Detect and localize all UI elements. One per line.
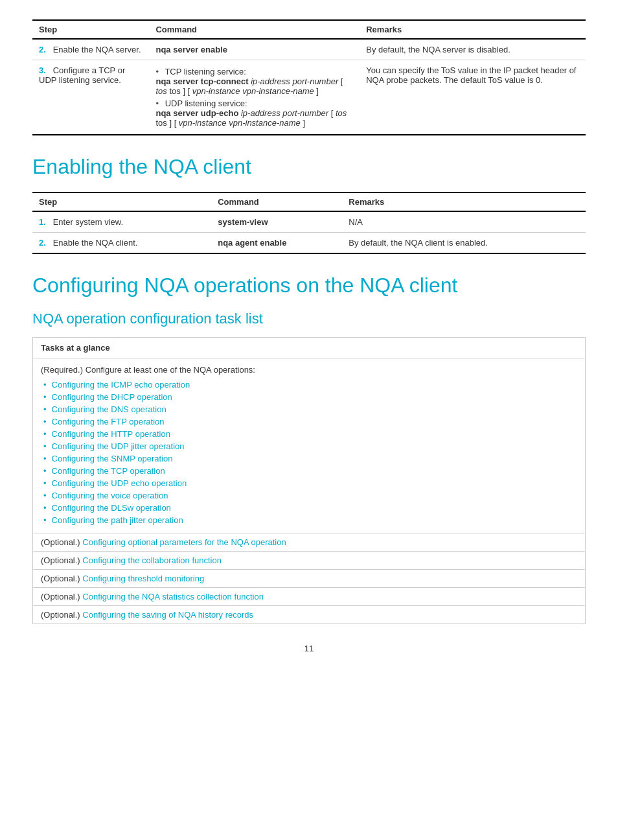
tcp-label: TCP listening service: xyxy=(165,67,246,76)
list-item: Configuring the DHCP operation xyxy=(41,391,577,403)
required-link[interactable]: Configuring the SNMP operation xyxy=(52,454,173,463)
optional-row: (Optional.) Configuring optional paramet… xyxy=(33,533,585,552)
required-link[interactable]: Configuring the ICMP echo operation xyxy=(52,380,190,390)
udp-vpnname: vpn-instance-name xyxy=(229,118,301,128)
optional-row: (Optional.) Configuring the saving of NQ… xyxy=(33,606,585,624)
command-text: nqa server enable xyxy=(155,45,227,54)
optional-link[interactable]: Configuring the NQA statistics collectio… xyxy=(82,592,264,601)
required-link[interactable]: Configuring the UDP jitter operation xyxy=(52,441,185,451)
list-item: Configuring the path jitter operation xyxy=(41,514,577,526)
step-label: Configure a TCP or UDP listening service… xyxy=(39,65,125,85)
required-link[interactable]: Configuring the TCP operation xyxy=(52,466,165,476)
tcp-tos: tos xyxy=(155,86,166,96)
list-item: Configuring the DNS operation xyxy=(41,403,577,415)
step-number: 1. xyxy=(39,217,46,227)
cmd-list-item: UDP listening service: nqa server udp-ec… xyxy=(155,97,353,129)
step-label: Enable the NQA server. xyxy=(53,45,141,54)
list-item: Configuring the DLSw operation xyxy=(41,502,577,514)
col-command: Command xyxy=(211,192,342,211)
cmd-list-item: TCP listening service: nqa server tcp-co… xyxy=(155,65,353,97)
task-box: Tasks at a glance (Required.) Configure … xyxy=(32,337,586,624)
step-number: 2. xyxy=(39,238,46,248)
subsection-title: NQA operation configuration task list xyxy=(32,310,586,327)
list-item: Configuring the voice operation xyxy=(41,489,577,502)
optional-row: (Optional.) Configuring threshold monito… xyxy=(33,570,585,588)
command-list: TCP listening service: nqa server tcp-co… xyxy=(155,65,353,129)
list-item: Configuring the HTTP operation xyxy=(41,428,577,440)
enabling-section-title: Enabling the NQA client xyxy=(32,155,586,179)
list-item: Configuring the FTP operation xyxy=(41,415,577,428)
table-row: 1. Enter system view. system-view N/A xyxy=(32,211,586,233)
list-item: Configuring the ICMP echo operation xyxy=(41,379,577,391)
optional-prefix: (Optional.) xyxy=(41,537,82,547)
optional-link[interactable]: Configuring the collaboration function xyxy=(82,555,222,565)
col-command: Command xyxy=(149,20,360,39)
udp-vpn: vpn-instance xyxy=(179,118,227,128)
tcp-tos-label: tos xyxy=(169,86,180,96)
optional-link[interactable]: Configuring optional parameters for the … xyxy=(82,537,286,547)
tcp-command: nqa server tcp-connect xyxy=(155,76,248,86)
col-remarks: Remarks xyxy=(342,192,586,211)
optional-link[interactable]: Configuring threshold monitoring xyxy=(82,574,204,583)
udp-tos-label: tos xyxy=(155,118,166,128)
page-number: 11 xyxy=(32,644,586,653)
required-link[interactable]: Configuring the path jitter operation xyxy=(52,515,183,525)
optional-prefix: (Optional.) xyxy=(41,592,82,601)
required-links-list: Configuring the ICMP echo operationConfi… xyxy=(41,379,577,526)
table-row: 2. Enable the NQA client. nqa agent enab… xyxy=(32,233,586,254)
required-link[interactable]: Configuring the DLSw operation xyxy=(52,503,171,513)
required-link[interactable]: Configuring the voice operation xyxy=(52,491,168,500)
optional-row: (Optional.) Configuring the collaboratio… xyxy=(33,552,585,570)
col-step: Step xyxy=(32,192,211,211)
udp-label: UDP listening service: xyxy=(165,99,247,108)
command-text: system-view xyxy=(218,217,268,227)
tcp-params: ip-address port-number xyxy=(251,76,338,86)
required-link[interactable]: Configuring the UDP echo operation xyxy=(52,478,187,488)
optional-prefix: (Optional.) xyxy=(41,555,82,565)
tcp-vpn: vpn-instance xyxy=(192,86,240,96)
command-text: nqa agent enable xyxy=(218,238,286,248)
optional-prefix: (Optional.) xyxy=(41,574,82,583)
required-link[interactable]: Configuring the HTTP operation xyxy=(52,429,170,439)
enabling-table: Step Command Remarks 1. Enter system vie… xyxy=(32,192,586,254)
udp-params: ip-address port-number xyxy=(241,108,328,118)
udp-tos: tos xyxy=(336,108,347,118)
optional-row: (Optional.) Configuring the NQA statisti… xyxy=(33,588,585,606)
tcp-vpnname: vpn-instance-name xyxy=(242,86,314,96)
required-link[interactable]: Configuring the DHCP operation xyxy=(52,392,172,402)
optional-prefix: (Optional.) xyxy=(41,610,82,620)
task-box-required: (Required.) Configure at least one of th… xyxy=(33,358,585,533)
step-label: Enable the NQA client. xyxy=(53,238,138,248)
step-label: Enter system view. xyxy=(53,217,123,227)
col-step: Step xyxy=(32,20,149,39)
table-row: 3. Configure a TCP or UDP listening serv… xyxy=(32,60,586,135)
col-remarks: Remarks xyxy=(360,20,586,39)
configuring-section-title: Configuring NQA operations on the NQA cl… xyxy=(32,274,586,298)
list-item: Configuring the UDP jitter operation xyxy=(41,440,577,452)
optional-link[interactable]: Configuring the saving of NQA history re… xyxy=(82,610,253,620)
top-table: Step Command Remarks 2. Enable the NQA s… xyxy=(32,19,586,135)
step-number: 2. xyxy=(39,45,46,54)
step-number: 3. xyxy=(39,65,46,75)
required-link[interactable]: Configuring the FTP operation xyxy=(52,417,165,426)
list-item: Configuring the UDP echo operation xyxy=(41,477,577,489)
list-item: Configuring the TCP operation xyxy=(41,465,577,477)
table-row: 2. Enable the NQA server. nqa server ena… xyxy=(32,39,586,60)
required-link[interactable]: Configuring the DNS operation xyxy=(52,404,166,414)
list-item: Configuring the SNMP operation xyxy=(41,452,577,465)
task-box-header: Tasks at a glance xyxy=(33,338,585,358)
required-intro: (Required.) Configure at least one of th… xyxy=(41,365,577,375)
udp-command: nqa server udp-echo xyxy=(155,108,238,118)
